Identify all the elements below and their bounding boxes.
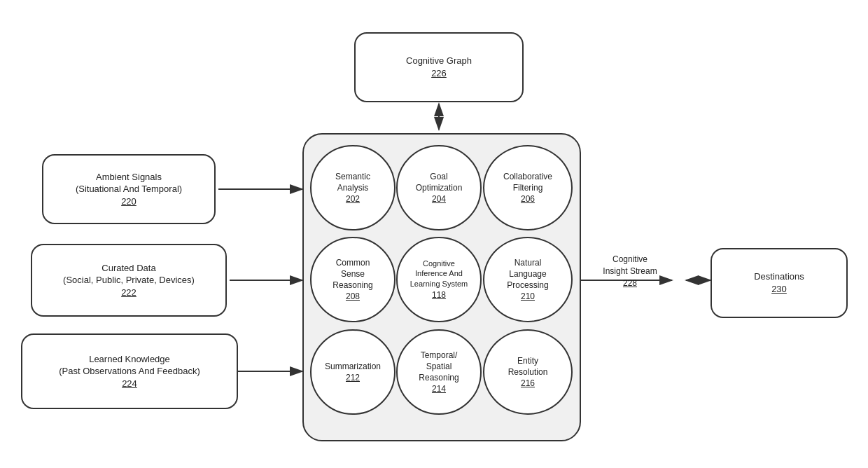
- goal-optimization-node: GoalOptimization 204: [396, 145, 482, 230]
- nlp-num: 210: [521, 291, 535, 302]
- curated-data-num: 222: [121, 287, 136, 299]
- learned-knowledge-node: Learned Knowledge(Past Observations And …: [21, 333, 238, 409]
- cognitive-inference-node: CognitiveInference AndLearning System 11…: [396, 237, 482, 322]
- cognitive-insight-label: CognitiveInsight Stream 228: [588, 254, 672, 289]
- temporal-spatial-num: 214: [432, 383, 446, 394]
- destinations-node: Destinations 230: [710, 248, 848, 318]
- entity-resolution-label: EntityResolution: [508, 355, 548, 378]
- common-sense-node: CommonSenseReasoning 208: [310, 237, 396, 322]
- ambient-signals-num: 220: [121, 195, 136, 208]
- entity-resolution-node: EntityResolution 216: [483, 329, 573, 415]
- semantic-analysis-label: SemanticAnalysis: [335, 171, 370, 193]
- diagram: Cognitive Graph 226 Ambient Signals(Situ…: [0, 0, 868, 468]
- common-sense-label: CommonSenseReasoning: [332, 257, 372, 291]
- curated-data-node: Curated Data(Social, Public, Private, De…: [31, 244, 227, 317]
- curated-data-label: Curated Data(Social, Public, Private, De…: [63, 262, 195, 287]
- collaborative-filtering-node: CollaborativeFiltering 206: [483, 145, 573, 230]
- cognitive-graph-label: Cognitive Graph: [406, 55, 472, 67]
- summarization-num: 212: [346, 372, 360, 383]
- goal-optimization-label: GoalOptimization: [416, 171, 463, 193]
- summarization-label: Summarization: [325, 361, 381, 372]
- nlp-label: NaturalLanguageProcessing: [507, 257, 548, 291]
- nlp-node: NaturalLanguageProcessing 210: [483, 237, 573, 322]
- goal-optimization-num: 204: [432, 193, 446, 205]
- cognitive-graph-num: 226: [431, 67, 447, 80]
- semantic-analysis-num: 202: [346, 193, 360, 205]
- destinations-label: Destinations: [754, 270, 804, 283]
- destinations-num: 230: [771, 283, 787, 296]
- semantic-analysis-node: SemanticAnalysis 202: [310, 145, 396, 230]
- cognitive-graph-node: Cognitive Graph 226: [354, 32, 524, 102]
- learned-knowledge-num: 224: [122, 378, 137, 390]
- collaborative-filtering-label: CollaborativeFiltering: [503, 171, 552, 193]
- ambient-signals-label: Ambient Signals(Situational And Temporal…: [76, 171, 182, 195]
- collaborative-filtering-num: 206: [521, 193, 535, 205]
- common-sense-num: 208: [346, 291, 360, 302]
- cognitive-inference-num: 118: [432, 289, 446, 301]
- summarization-node: Summarization 212: [310, 329, 396, 415]
- learned-knowledge-label: Learned Knowledge(Past Observations And …: [59, 353, 200, 378]
- insight-text: CognitiveInsight Stream: [603, 254, 657, 276]
- insight-num: 228: [623, 278, 637, 288]
- cognitive-inference-label: CognitiveInference AndLearning System: [410, 259, 468, 290]
- temporal-spatial-node: Temporal/SpatialReasoning 214: [396, 329, 482, 415]
- temporal-spatial-label: Temporal/SpatialReasoning: [419, 350, 458, 384]
- ambient-signals-node: Ambient Signals(Situational And Temporal…: [42, 154, 216, 224]
- entity-resolution-num: 216: [521, 378, 535, 389]
